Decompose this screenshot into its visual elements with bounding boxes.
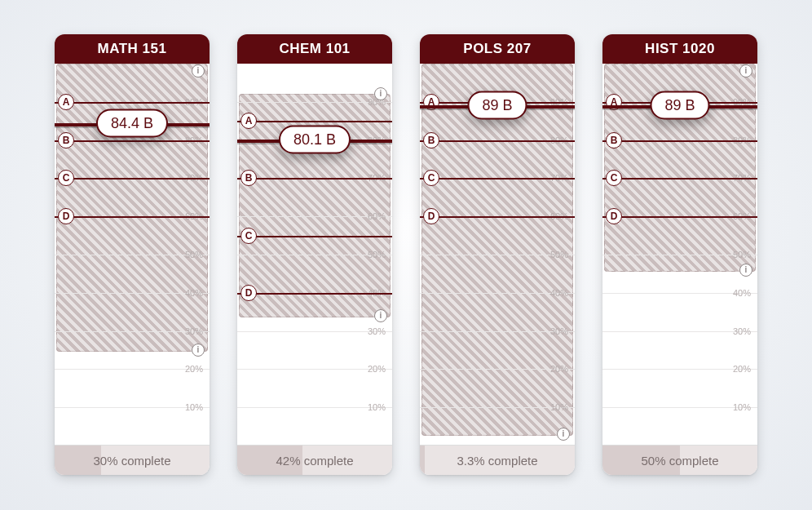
info-icon[interactable]: i bbox=[374, 309, 387, 322]
gridline-label: 20% bbox=[185, 364, 203, 374]
grade-cutoff-badge[interactable]: C bbox=[606, 170, 622, 186]
completion-label: 30% complete bbox=[55, 446, 210, 475]
grade-cutoff-badge[interactable]: A bbox=[58, 94, 74, 110]
completion-bar[interactable]: 42% complete bbox=[237, 445, 392, 475]
grade-cutoff-badge[interactable]: B bbox=[606, 132, 622, 149]
grade-cutoff-line bbox=[602, 140, 757, 142]
course-title: HIST 1020 bbox=[602, 34, 757, 64]
grade-cutoff-badge[interactable]: C bbox=[58, 170, 74, 186]
grade-cutoff-badge[interactable]: D bbox=[606, 208, 622, 224]
course-cards-row: MATH 15190%80%70%60%50%40%30%20%10%ABCDi… bbox=[0, 0, 812, 475]
info-icon[interactable]: i bbox=[374, 87, 387, 100]
gridline-label: 50% bbox=[550, 250, 568, 259]
current-grade-pill[interactable]: 89 B bbox=[650, 91, 709, 120]
grade-cutoff-line bbox=[602, 216, 757, 218]
gridline-label: 50% bbox=[185, 250, 203, 259]
completion-label: 42% complete bbox=[237, 446, 392, 475]
gridline-label: 40% bbox=[550, 288, 568, 298]
gridline-label: 50% bbox=[368, 250, 386, 259]
grade-cutoff-badge[interactable]: B bbox=[423, 132, 439, 149]
grade-cutoff-line bbox=[55, 102, 210, 104]
gridline-label: 50% bbox=[733, 250, 751, 259]
gridline-label: 10% bbox=[368, 402, 386, 412]
gridline-label: 30% bbox=[368, 326, 386, 336]
grade-cutoff-line bbox=[420, 216, 575, 218]
course-title: CHEM 101 bbox=[237, 34, 392, 64]
course-title: POLS 207 bbox=[420, 34, 575, 64]
grade-cutoff-badge[interactable]: A bbox=[241, 113, 257, 129]
completion-label: 3.3% complete bbox=[420, 446, 575, 475]
gridline-label: 30% bbox=[185, 326, 203, 336]
gridline-label: 20% bbox=[368, 364, 386, 374]
possible-range-band bbox=[56, 64, 208, 352]
course-card[interactable]: CHEM 10190%80%70%60%50%40%30%20%10%ABCDi… bbox=[237, 34, 392, 475]
completion-bar[interactable]: 30% complete bbox=[55, 445, 210, 475]
gridline-label: 30% bbox=[550, 326, 568, 336]
grade-cutoff-line bbox=[420, 178, 575, 180]
grade-cutoff-badge[interactable]: B bbox=[241, 170, 257, 186]
grade-scale: 90%80%70%60%50%40%30%20%10%ABCDii84.4 B bbox=[55, 64, 210, 445]
grade-scale: 90%80%70%60%50%40%30%20%10%ABCDii80.1 B bbox=[237, 64, 392, 445]
grade-cutoff-line bbox=[420, 140, 575, 142]
gridline-label: 40% bbox=[185, 288, 203, 298]
completion-bar[interactable]: 3.3% complete bbox=[420, 445, 575, 475]
info-icon[interactable]: i bbox=[557, 428, 570, 441]
course-title: MATH 151 bbox=[55, 34, 210, 64]
grade-cutoff-badge[interactable]: D bbox=[58, 208, 74, 224]
course-card[interactable]: MATH 15190%80%70%60%50%40%30%20%10%ABCDi… bbox=[55, 34, 210, 475]
gridline-label: 10% bbox=[733, 402, 751, 412]
grade-scale: 90%80%70%60%50%40%30%20%10%ABCDi89 B bbox=[420, 64, 575, 445]
info-icon[interactable]: i bbox=[192, 64, 205, 78]
grade-cutoff-line bbox=[237, 178, 392, 180]
gridline-label: 60% bbox=[368, 211, 386, 221]
completion-label: 50% complete bbox=[602, 446, 757, 475]
course-card[interactable]: POLS 20790%80%70%60%50%40%30%20%10%ABCDi… bbox=[420, 34, 575, 475]
gridline-label: 10% bbox=[185, 402, 203, 412]
gridline-label: 30% bbox=[733, 326, 751, 336]
grade-cutoff-badge[interactable]: B bbox=[58, 132, 74, 149]
info-icon[interactable]: i bbox=[192, 344, 205, 357]
grade-scale: 90%80%70%60%50%40%30%20%10%ABCDii89 B bbox=[602, 64, 757, 445]
grade-cutoff-badge[interactable]: C bbox=[423, 170, 439, 186]
grade-cutoff-line bbox=[237, 236, 392, 237]
grade-cutoff-line bbox=[237, 121, 392, 122]
current-grade-pill[interactable]: 89 B bbox=[467, 91, 527, 120]
current-grade-pill[interactable]: 80.1 B bbox=[279, 126, 351, 154]
course-card[interactable]: HIST 102090%80%70%60%50%40%30%20%10%ABCD… bbox=[602, 34, 757, 475]
grade-cutoff-badge[interactable]: D bbox=[423, 208, 439, 224]
current-grade-pill[interactable]: 84.4 B bbox=[96, 109, 168, 138]
grade-cutoff-line bbox=[237, 293, 392, 295]
grade-cutoff-line bbox=[55, 216, 210, 218]
gridline-label: 40% bbox=[733, 288, 751, 298]
grade-cutoff-line bbox=[55, 140, 210, 142]
info-icon[interactable]: i bbox=[739, 264, 752, 277]
grade-cutoff-line bbox=[602, 178, 757, 180]
completion-bar[interactable]: 50% complete bbox=[602, 445, 757, 475]
grade-cutoff-line bbox=[55, 178, 210, 180]
gridline-label: 20% bbox=[550, 364, 568, 374]
info-icon[interactable]: i bbox=[739, 64, 752, 78]
gridline-label: 20% bbox=[733, 364, 751, 374]
grade-cutoff-badge[interactable]: C bbox=[241, 228, 257, 244]
grade-cutoff-badge[interactable]: D bbox=[241, 285, 257, 301]
gridline-label: 10% bbox=[550, 402, 568, 412]
